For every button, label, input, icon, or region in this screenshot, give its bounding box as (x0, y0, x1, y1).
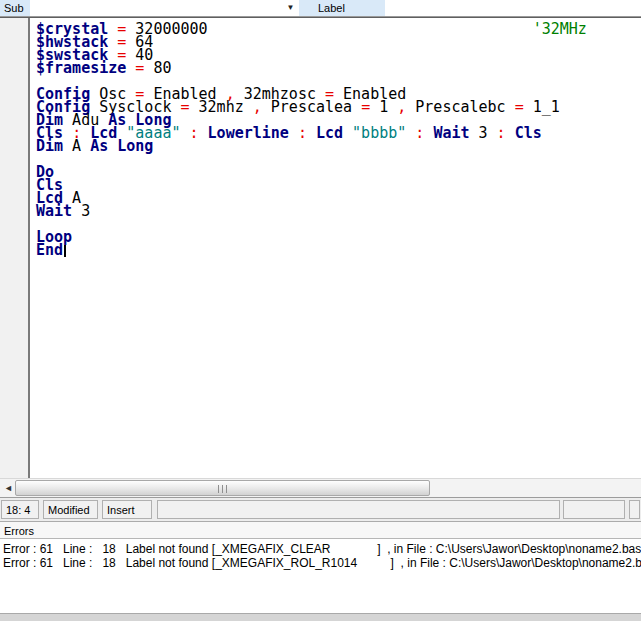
code-token: Cls (515, 124, 542, 142)
horizontal-scrollbar[interactable]: ◄ (0, 478, 641, 497)
error-row[interactable]: Error : 61 Line : 18 Label not found [_X… (0, 556, 641, 570)
code-line[interactable]: End (36, 244, 587, 257)
code-token: Lcd (316, 124, 343, 142)
code-token: 1 (370, 98, 397, 116)
code-token: 32mhz (190, 98, 253, 116)
text-caret (64, 245, 66, 257)
status-panel-message (157, 500, 560, 519)
scroll-left-arrow-icon[interactable]: ◄ (2, 481, 15, 496)
code-token: = (181, 98, 190, 116)
status-panel-extra-1 (563, 500, 625, 519)
code-line[interactable]: Loop (36, 231, 587, 244)
errors-panel-title: Errors (4, 525, 34, 537)
code-token: 1_1 (524, 98, 560, 116)
status-panel-caret-position: 18: 4 (1, 500, 39, 519)
code-token: A (63, 137, 90, 155)
error-row[interactable]: Error : 61 Line : 18 Label not found [_X… (0, 542, 641, 556)
code-token (406, 124, 415, 142)
code-token: Wait (36, 202, 72, 220)
code-line[interactable]: Lcd A (36, 192, 587, 205)
code-token (108, 137, 117, 155)
code-token: 3 (470, 124, 497, 142)
code-token (343, 124, 352, 142)
code-token (199, 124, 208, 142)
code-token: Prescalea (262, 98, 361, 116)
code-token (506, 124, 515, 142)
status-panel-insert-mode: Insert (102, 500, 152, 519)
editor-gutter (0, 18, 30, 478)
code-line[interactable]: Do (36, 166, 587, 179)
code-line[interactable]: $framesize = 80 (36, 62, 587, 75)
code-token: Long (117, 137, 153, 155)
code-token: 80 (144, 59, 171, 77)
status-bar: 18: 4 Modified Insert (0, 497, 641, 521)
code-token: Prescalebc (406, 98, 514, 116)
code-token: = (361, 98, 370, 116)
horizontal-scrollbar-thumb[interactable] (15, 480, 430, 496)
sub-combobox[interactable]: ▼ (30, 0, 299, 16)
errors-list: Error : 61 Line : 18 Label not found [_X… (0, 542, 641, 570)
bascom-ide-window: Sub ▼ Label $crystal = 32000000 '32MHz$h… (0, 0, 641, 621)
code-token: = (515, 98, 524, 116)
code-token (289, 124, 298, 142)
status-panel-extra-2 (629, 500, 640, 519)
errors-panel-header: Errors (0, 521, 641, 539)
navigator-toolbar: Sub ▼ Label (0, 0, 641, 16)
code-area[interactable]: $crystal = 32000000 '32MHz$hwstack = 64$… (36, 23, 587, 257)
code-token (307, 124, 316, 142)
chevron-down-icon[interactable]: ▼ (284, 1, 297, 15)
code-token: Lowerline (208, 124, 289, 142)
code-token: : (497, 124, 506, 142)
code-editor[interactable]: $crystal = 32000000 '32MHz$hwstack = 64$… (0, 18, 641, 478)
window-bottom-edge (0, 613, 641, 621)
code-token: End (36, 241, 63, 259)
code-token: Dim (36, 137, 63, 155)
code-token: Wait (433, 124, 469, 142)
code-token (126, 59, 135, 77)
code-token: : (415, 124, 424, 142)
code-token (208, 20, 533, 38)
code-token: As (90, 137, 108, 155)
code-token: , (397, 98, 406, 116)
label-combobox-label: Label (318, 2, 345, 14)
code-token: 3 (72, 202, 90, 220)
sub-combobox-label: Sub (4, 2, 24, 14)
scrollbar-grip-icon (218, 485, 229, 493)
code-token: : (298, 124, 307, 142)
code-line[interactable]: Wait 3 (36, 205, 587, 218)
code-token: '32MHz (533, 20, 587, 38)
code-token: : (190, 124, 199, 142)
code-line[interactable] (36, 218, 587, 231)
code-token (181, 124, 190, 142)
code-token: $framesize (36, 59, 126, 77)
code-token: "bbbb" (352, 124, 406, 142)
status-panel-modified: Modified (43, 500, 98, 519)
code-line[interactable]: Cls (36, 179, 587, 192)
code-token: , (253, 98, 262, 116)
